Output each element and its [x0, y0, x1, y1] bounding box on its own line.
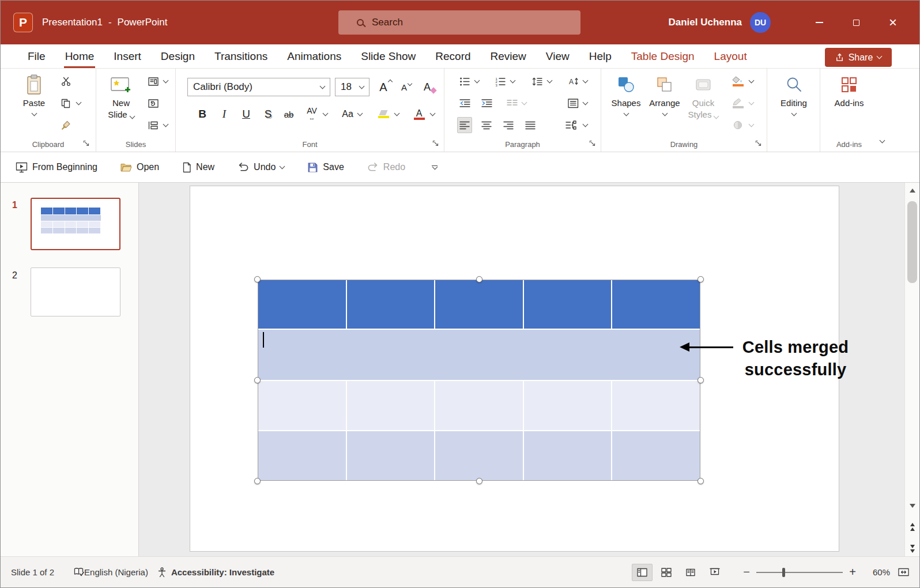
line-spacing-dropdown[interactable]: [545, 73, 554, 89]
shape-outline-dropdown[interactable]: [746, 95, 756, 111]
tab-insert[interactable]: Insert: [104, 44, 151, 68]
from-beginning-button[interactable]: From Beginning: [16, 162, 97, 173]
undo-button[interactable]: Undo: [237, 162, 284, 172]
table-cell[interactable]: [612, 280, 700, 329]
user-name[interactable]: Daniel Uchenna: [668, 1, 742, 44]
copy-button[interactable]: [58, 95, 73, 111]
shape-fill-button[interactable]: [730, 73, 745, 89]
table-cell[interactable]: [612, 431, 700, 480]
align-text-button[interactable]: [565, 95, 580, 111]
next-slide-button[interactable]: [905, 545, 919, 553]
font-color-dropdown[interactable]: [428, 105, 437, 123]
powerpoint-logo[interactable]: P: [13, 13, 33, 32]
zoom-level[interactable]: 60%: [864, 567, 890, 577]
fit-to-window-button[interactable]: [898, 567, 909, 577]
tab-design[interactable]: Design: [151, 44, 205, 68]
shapes-button[interactable]: Shapes: [609, 72, 643, 115]
copy-dropdown[interactable]: [74, 95, 83, 111]
table-cell[interactable]: [435, 431, 523, 480]
search-box[interactable]: Search: [338, 10, 580, 35]
tab-record[interactable]: Record: [425, 44, 480, 68]
line-spacing-button[interactable]: [530, 73, 545, 89]
text-direction-dropdown[interactable]: [580, 73, 590, 89]
table-merged-row[interactable]: [258, 330, 700, 380]
table-cell[interactable]: [258, 381, 346, 430]
tab-review[interactable]: Review: [481, 44, 536, 68]
shape-fill-dropdown[interactable]: [746, 73, 756, 89]
change-case-button[interactable]: Aa: [338, 105, 357, 123]
zoom-in-button[interactable]: +: [846, 566, 859, 579]
table-cell[interactable]: [524, 381, 612, 430]
font-size-combo[interactable]: 18: [335, 78, 369, 96]
font-color-button[interactable]: A: [410, 105, 428, 123]
bold-button[interactable]: B: [193, 105, 212, 123]
maximize-button[interactable]: [838, 1, 874, 44]
table-handle-top-left[interactable]: [254, 276, 261, 282]
bullets-dropdown[interactable]: [472, 73, 481, 89]
slide-2-thumbnail[interactable]: [31, 267, 120, 316]
increase-indent-button[interactable]: [479, 95, 494, 111]
change-case-dropdown[interactable]: [356, 105, 364, 123]
collapse-ribbon-button[interactable]: [876, 135, 888, 147]
table-cell[interactable]: [524, 431, 612, 480]
strikethrough-button[interactable]: ab: [280, 105, 298, 123]
bullets-button[interactable]: [457, 73, 472, 89]
italic-button[interactable]: I: [215, 105, 233, 123]
cut-button[interactable]: [58, 73, 73, 89]
tab-help[interactable]: Help: [579, 44, 621, 68]
font-family-combo[interactable]: Calibri (Body): [187, 78, 330, 96]
table-handle-bottom-left[interactable]: [254, 478, 261, 484]
table-handle-middle-left[interactable]: [254, 377, 261, 383]
tab-view[interactable]: View: [536, 44, 579, 68]
slide-show-button[interactable]: [704, 564, 725, 581]
slide-sorter-view-button[interactable]: [656, 564, 677, 581]
zoom-out-button[interactable]: −: [740, 566, 753, 579]
drawing-dialog-launcher[interactable]: [755, 140, 763, 148]
previous-slide-button[interactable]: [905, 523, 919, 531]
slide-1-thumbnail[interactable]: [31, 198, 120, 250]
slide-section-button[interactable]: [146, 117, 161, 133]
slide-layout-button[interactable]: [146, 73, 161, 89]
clear-formatting-button[interactable]: A: [418, 78, 436, 96]
slide-indicator[interactable]: Slide 1 of 2: [11, 567, 54, 577]
minimize-button[interactable]: [801, 1, 838, 44]
table-handle-bottom-middle[interactable]: [476, 478, 482, 484]
accessibility-checker[interactable]: Accessibility: Investigate: [157, 567, 274, 578]
decrease-indent-button[interactable]: [457, 95, 472, 111]
table-cell[interactable]: [347, 280, 435, 329]
share-button[interactable]: Share: [825, 48, 892, 67]
scroll-up-button[interactable]: [905, 189, 919, 193]
shrink-font-button[interactable]: A: [396, 78, 412, 96]
format-painter-button[interactable]: [58, 117, 73, 133]
tab-file[interactable]: File: [18, 44, 55, 68]
grow-font-button[interactable]: A: [374, 78, 393, 96]
tab-home[interactable]: Home: [55, 44, 104, 68]
zoom-slider[interactable]: [756, 567, 843, 578]
zoom-slider-thumb[interactable]: [782, 568, 785, 577]
addins-button[interactable]: Add-ins: [831, 72, 868, 109]
justify-button[interactable]: [523, 117, 538, 133]
close-button[interactable]: ×: [874, 1, 911, 44]
columns-button[interactable]: [504, 95, 519, 111]
text-direction-button[interactable]: A: [565, 73, 580, 89]
new-button[interactable]: New: [182, 162, 214, 173]
avatar[interactable]: DU: [750, 12, 771, 33]
text-highlight-dropdown[interactable]: [393, 105, 401, 123]
numbering-button[interactable]: 123: [493, 73, 508, 89]
align-left-button[interactable]: [457, 117, 472, 133]
table-handle-top-right[interactable]: [697, 276, 704, 282]
spell-check-button[interactable]: [74, 567, 84, 577]
reset-slide-button[interactable]: [146, 95, 161, 111]
editing-button[interactable]: Editing: [772, 72, 816, 115]
table-cell[interactable]: [258, 431, 346, 480]
tab-table-design[interactable]: Table Design: [621, 44, 704, 68]
save-button[interactable]: Save: [307, 162, 344, 173]
redo-button[interactable]: Redo: [367, 162, 405, 172]
reading-view-button[interactable]: [680, 564, 701, 581]
table-handle-middle-right[interactable]: [697, 377, 704, 383]
slide-table[interactable]: [258, 280, 700, 480]
table-cell[interactable]: [524, 280, 612, 329]
character-spacing-dropdown[interactable]: [321, 105, 330, 123]
slide-section-dropdown[interactable]: [161, 117, 170, 133]
paste-button[interactable]: Paste: [17, 72, 51, 115]
